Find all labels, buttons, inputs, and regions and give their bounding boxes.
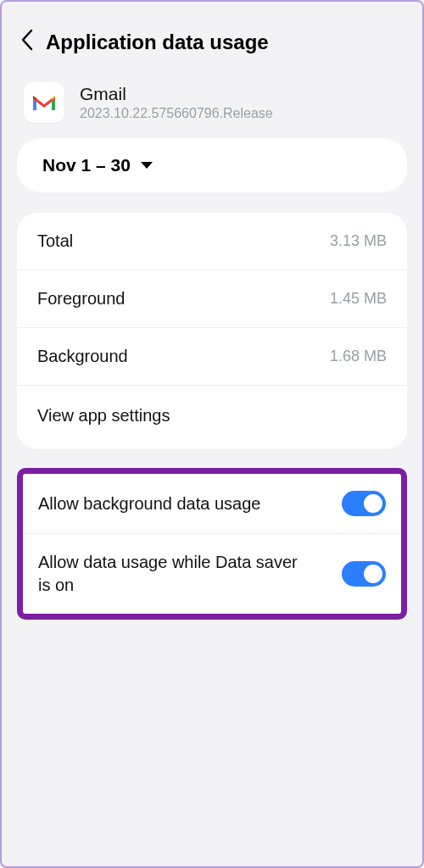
- date-range-label: Nov 1 – 30: [42, 155, 131, 175]
- toggle-data-saver-row: Allow data usage while Data saver is on: [23, 534, 401, 614]
- page-title: Application data usage: [46, 31, 269, 54]
- stat-background-row: Background 1.68 MB: [17, 328, 407, 386]
- stat-background-value: 1.68 MB: [330, 348, 387, 365]
- app-info: Gmail 2023.10.22.575660796.Release: [17, 79, 407, 138]
- stat-total-label: Total: [37, 231, 73, 251]
- stat-total-value: 3.13 MB: [330, 232, 387, 250]
- date-range-picker[interactable]: Nov 1 – 30: [42, 155, 382, 175]
- view-app-settings[interactable]: View app settings: [17, 386, 407, 449]
- stat-background-label: Background: [37, 347, 128, 366]
- stat-foreground-value: 1.45 MB: [330, 290, 387, 308]
- app-version: 2023.10.22.575660796.Release: [80, 106, 273, 121]
- stats-card: Total 3.13 MB Foreground 1.45 MB Backgro…: [17, 213, 407, 449]
- gmail-icon: [24, 82, 64, 123]
- chevron-down-icon: [141, 162, 153, 169]
- toggle-bg-data-row: Allow background data usage: [23, 474, 401, 534]
- stat-foreground-row: Foreground 1.45 MB: [17, 270, 407, 328]
- stat-foreground-label: Foreground: [37, 289, 125, 309]
- date-range-card: Nov 1 – 30: [17, 138, 407, 192]
- header: Application data usage: [17, 17, 407, 79]
- toggle-bg-data-switch[interactable]: [342, 491, 386, 516]
- stat-total-row: Total 3.13 MB: [17, 213, 407, 270]
- toggle-data-saver-label: Allow data usage while Data saver is on: [38, 551, 310, 597]
- toggle-bg-data-label: Allow background data usage: [38, 492, 260, 515]
- toggles-highlight-box: Allow background data usage Allow data u…: [17, 468, 407, 620]
- toggle-data-saver-switch[interactable]: [342, 561, 386, 587]
- back-icon[interactable]: [20, 29, 34, 55]
- app-name: Gmail: [80, 84, 273, 104]
